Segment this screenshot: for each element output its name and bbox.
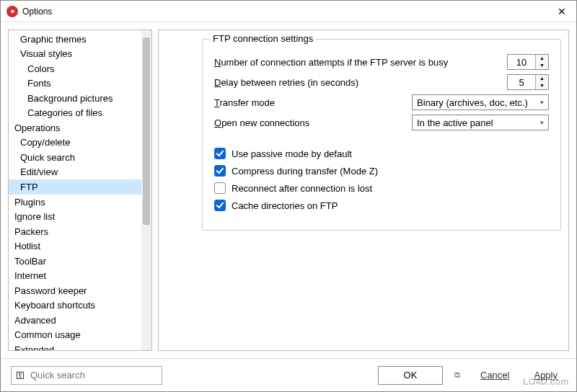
window-title: Options	[22, 6, 547, 17]
checkbox-list: Use passive mode by defaultCompress duri…	[214, 148, 549, 211]
attempts-up[interactable]: ▲	[536, 55, 548, 62]
sidebar-item-internet[interactable]: Internet	[9, 269, 141, 284]
sidebar-item-password-keeper[interactable]: Password keeper	[9, 283, 141, 298]
attempts-label: Number of connection attempts if the FTP…	[214, 57, 498, 68]
sidebar-item-quick-search[interactable]: Quick search	[9, 150, 141, 165]
group-title: FTP connection settings	[210, 33, 316, 44]
check-row: Use passive mode by default	[214, 148, 549, 159]
apply-button[interactable]: Apply	[525, 370, 566, 380]
check-row: Reconnect after connection is lost	[214, 182, 549, 194]
sidebar-item-operations[interactable]: Operations	[9, 120, 141, 135]
delay-up[interactable]: ▲	[536, 75, 548, 82]
transfer-mode-select[interactable]: Binary (archives, doc, etc.) ▾	[412, 94, 549, 110]
check-row: Compress during transfer (Mode Z)	[214, 165, 549, 177]
open-label: Open new connections	[214, 117, 403, 128]
attempts-input[interactable]	[508, 57, 535, 68]
open-connections-select[interactable]: In the active panel ▾	[412, 115, 549, 130]
category-tree[interactable]: Graphic themesVisual stylesColorsFontsBa…	[9, 30, 141, 350]
sidebar-item-hotlist[interactable]: Hotlist	[9, 239, 141, 254]
transfer-label: Transfer mode	[214, 97, 403, 108]
delay-input[interactable]	[508, 77, 535, 88]
chevron-down-icon: ▾	[540, 99, 544, 106]
sidebar-item-ignore-list[interactable]: Ignore list	[9, 210, 141, 225]
quick-search-box[interactable]: ⚿	[11, 366, 162, 385]
checkbox[interactable]	[214, 165, 226, 177]
attempts-down[interactable]: ▼	[536, 62, 548, 69]
checkbox[interactable]	[214, 182, 226, 194]
close-button[interactable]: ✕	[547, 1, 576, 22]
chevron-down-icon: ▾	[540, 119, 544, 126]
quick-search-input[interactable]	[29, 369, 157, 381]
sidebar-item-categories-of-files[interactable]: Categories of files	[9, 106, 141, 121]
cancel-button[interactable]: Cancel	[472, 370, 518, 380]
popout-icon[interactable]: ⧉	[450, 368, 464, 383]
sidebar-item-background-pictures[interactable]: Background pictures	[9, 91, 141, 106]
checkbox-label: Reconnect after connection is lost	[232, 183, 372, 194]
row-delay: Delay between retries (in seconds) ▲ ▼	[214, 74, 549, 90]
sidebar-wrap: Graphic themesVisual stylesColorsFontsBa…	[8, 30, 152, 351]
attempts-spinner[interactable]: ▲ ▼	[507, 54, 549, 70]
checkbox[interactable]	[214, 148, 226, 159]
sidebar-item-fonts[interactable]: Fonts	[9, 76, 141, 92]
delay-spinner[interactable]: ▲ ▼	[507, 74, 549, 90]
footer: ⚿ OK ⧉ Cancel Apply	[1, 358, 576, 391]
row-open: Open new connections In the active panel…	[214, 115, 549, 130]
row-attempts: Number of connection attempts if the FTP…	[214, 54, 549, 70]
ok-button[interactable]: OK	[378, 366, 443, 385]
app-icon: ⎈	[6, 6, 18, 17]
sidebar-item-graphic-themes[interactable]: Graphic themes	[9, 32, 141, 47]
sidebar-item-common-usage[interactable]: Common usage	[9, 328, 141, 343]
delay-down[interactable]: ▼	[536, 82, 548, 89]
key-icon: ⚿	[16, 370, 25, 380]
settings-panel: FTP connection settings Number of connec…	[158, 30, 569, 351]
ftp-group: FTP connection settings Number of connec…	[202, 39, 561, 231]
row-transfer: Transfer mode Binary (archives, doc, etc…	[214, 94, 549, 110]
sidebar-item-colors[interactable]: Colors	[9, 61, 141, 76]
sidebar-item-packers[interactable]: Packers	[9, 224, 141, 239]
sidebar-item-extended[interactable]: Extended	[9, 342, 141, 350]
sidebar-item-visual-styles[interactable]: Visual styles	[9, 47, 141, 62]
sidebar-item-advanced[interactable]: Advanced	[9, 313, 141, 328]
options-window: ⎈ Options ✕ Graphic themesVisual stylesC…	[0, 0, 577, 392]
checkbox-label: Compress during transfer (Mode Z)	[232, 166, 378, 177]
sidebar-item-toolbar[interactable]: ToolBar	[9, 254, 141, 269]
checkbox-label: Cache directories on FTP	[232, 200, 338, 211]
checkbox-label: Use passive mode by default	[232, 148, 352, 159]
sidebar-item-edit-view[interactable]: Edit/view	[9, 165, 141, 180]
delay-label: Delay between retries (in seconds)	[214, 77, 498, 88]
sidebar-item-copy-delete[interactable]: Copy/delete	[9, 135, 141, 151]
checkbox[interactable]	[214, 200, 226, 211]
sidebar-item-plugins[interactable]: Plugins	[9, 195, 141, 210]
sidebar-scrollbar[interactable]	[141, 30, 151, 350]
titlebar: ⎈ Options ✕	[1, 1, 576, 22]
body: Graphic themesVisual stylesColorsFontsBa…	[1, 22, 576, 358]
sidebar-item-ftp[interactable]: FTP	[9, 179, 141, 195]
open-connections-value: In the active panel	[417, 117, 493, 128]
sidebar-item-keyboard-shortcuts[interactable]: Keyboard shortcuts	[9, 298, 141, 313]
scrollbar-thumb[interactable]	[143, 37, 150, 225]
check-row: Cache directories on FTP	[214, 200, 549, 211]
transfer-mode-value: Binary (archives, doc, etc.)	[417, 97, 528, 108]
